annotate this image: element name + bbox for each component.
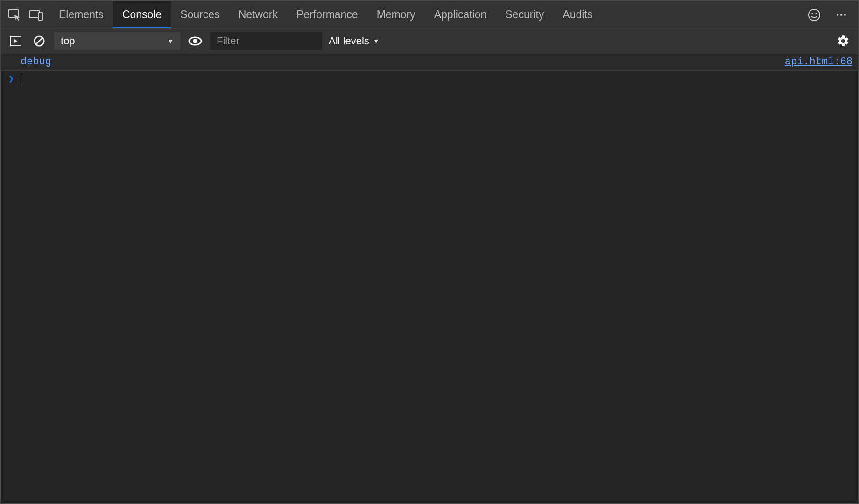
console-prompt-row[interactable]: ❯ bbox=[1, 71, 858, 88]
tabs: Elements Console Sources Network Perform… bbox=[49, 1, 602, 28]
console-message-row[interactable]: debug api.html:68 bbox=[1, 53, 858, 71]
live-expression-icon[interactable] bbox=[187, 33, 204, 49]
tab-performance[interactable]: Performance bbox=[287, 1, 367, 28]
toggle-sidebar-icon[interactable] bbox=[7, 33, 24, 49]
log-levels-label: All levels bbox=[329, 35, 369, 47]
filter-input[interactable] bbox=[210, 32, 322, 50]
smiley-feedback-icon[interactable] bbox=[806, 7, 823, 23]
context-select[interactable]: top ▼ bbox=[54, 32, 180, 50]
tab-audits[interactable]: Audits bbox=[553, 1, 602, 28]
prompt-arrow-icon: ❯ bbox=[8, 72, 14, 86]
svg-point-13 bbox=[193, 39, 197, 43]
tab-security[interactable]: Security bbox=[496, 1, 553, 28]
svg-point-3 bbox=[809, 9, 820, 21]
text-cursor bbox=[21, 74, 21, 85]
tabbar-right-icons bbox=[806, 7, 854, 23]
inspect-element-icon[interactable] bbox=[7, 7, 23, 23]
more-menu-icon[interactable] bbox=[833, 7, 850, 23]
settings-gear-icon[interactable] bbox=[835, 33, 852, 49]
clear-console-icon[interactable] bbox=[31, 33, 48, 49]
svg-point-4 bbox=[811, 13, 813, 14]
console-toolbar: top ▼ All levels ▼ bbox=[1, 29, 858, 53]
devtools-window: Elements Console Sources Network Perform… bbox=[0, 0, 859, 504]
svg-point-6 bbox=[837, 14, 838, 16]
svg-line-11 bbox=[36, 38, 42, 44]
svg-rect-2 bbox=[38, 13, 43, 20]
tab-console[interactable]: Console bbox=[113, 1, 171, 28]
context-selected-label: top bbox=[61, 35, 75, 47]
console-body[interactable]: debug api.html:68 ❯ bbox=[1, 53, 858, 503]
tab-sources[interactable]: Sources bbox=[171, 1, 229, 28]
tab-elements[interactable]: Elements bbox=[49, 1, 113, 28]
tabbar: Elements Console Sources Network Perform… bbox=[1, 1, 858, 29]
chevron-down-icon: ▼ bbox=[373, 37, 380, 45]
device-toggle-icon[interactable] bbox=[28, 7, 45, 23]
tab-memory[interactable]: Memory bbox=[367, 1, 425, 28]
chevron-down-icon: ▼ bbox=[167, 37, 174, 45]
tab-network[interactable]: Network bbox=[229, 1, 287, 28]
tabbar-left-icons bbox=[5, 7, 49, 23]
tab-application[interactable]: Application bbox=[425, 1, 496, 28]
console-source-link[interactable]: api.html:68 bbox=[785, 54, 852, 70]
svg-point-5 bbox=[815, 13, 817, 14]
log-levels-select[interactable]: All levels ▼ bbox=[329, 35, 380, 47]
svg-point-7 bbox=[840, 14, 842, 16]
console-message-text: debug bbox=[21, 54, 51, 70]
svg-point-8 bbox=[844, 14, 846, 16]
